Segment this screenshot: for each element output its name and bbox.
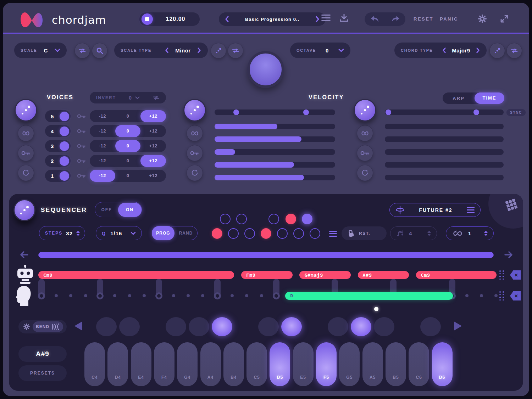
scale-type-swap-button[interactable] [228, 43, 243, 58]
seq-note-circle[interactable] [220, 214, 231, 224]
seq-note-circle[interactable] [236, 214, 247, 224]
step-dot[interactable] [245, 294, 248, 297]
voice-enabled-dot[interactable] [60, 112, 69, 121]
black-key-F#5[interactable] [328, 317, 348, 336]
time-bar[interactable] [385, 175, 504, 180]
black-key-F#4[interactable] [166, 317, 186, 336]
scale-select[interactable]: SCALE C [14, 43, 67, 58]
white-key-D4[interactable]: D4 [107, 342, 128, 386]
step-dot[interactable] [172, 294, 175, 297]
white-key-B4[interactable]: B4 [223, 342, 244, 386]
chord-block[interactable]: A#9 [358, 271, 409, 279]
time-range-slider[interactable] [385, 109, 504, 115]
black-key-G#4[interactable] [189, 317, 209, 336]
seq-note-circle[interactable] [293, 228, 304, 239]
sequencer-power-toggle[interactable]: OFF ON [95, 202, 142, 217]
white-key-C6[interactable]: C6 [409, 342, 429, 386]
note-row-clear-button[interactable]: ✕ [510, 291, 521, 300]
infinity-button[interactable] [18, 125, 34, 141]
preset-next-icon[interactable] [315, 16, 320, 23]
black-key-C#5[interactable] [258, 317, 279, 336]
voice-toggle[interactable]: 5 [45, 110, 71, 122]
scale-type-dice-button[interactable] [211, 43, 226, 58]
key-lock-button[interactable] [357, 145, 373, 161]
voice-enabled-dot[interactable] [60, 156, 69, 166]
transpose-option[interactable]: 0 [115, 110, 141, 122]
sequence-preset-menu-icon[interactable] [467, 207, 475, 213]
steps-stepper[interactable] [76, 231, 80, 236]
beat-dot[interactable] [38, 292, 45, 299]
range-handle[interactable] [386, 109, 391, 115]
velocity-range-slider[interactable] [215, 109, 335, 115]
transpose-option[interactable]: +12 [140, 125, 166, 137]
step-dot[interactable] [260, 294, 263, 297]
step-dot[interactable] [143, 294, 146, 297]
arp-option[interactable]: ARP [443, 96, 475, 101]
transpose-option[interactable]: 0 [115, 170, 141, 182]
transpose-option[interactable]: +12 [140, 170, 166, 182]
black-key-D#4[interactable] [119, 317, 140, 336]
step-dot[interactable] [128, 294, 131, 297]
transpose-option[interactable]: -12 [90, 110, 115, 122]
note-length-bar[interactable]: D [285, 292, 453, 300]
panic-button[interactable]: PANIC [440, 16, 458, 22]
cycle-button[interactable] [357, 165, 373, 181]
range-handle[interactable] [473, 109, 479, 115]
keyboard-octave-right-button[interactable] [454, 321, 462, 331]
collapse-icon[interactable] [500, 15, 509, 23]
white-key-A4[interactable]: A4 [200, 342, 221, 386]
reset-sequence-button[interactable]: RST. [342, 226, 387, 240]
velocity-bar[interactable] [215, 162, 335, 168]
transpose-option[interactable]: +12 [140, 140, 166, 152]
transpose-option[interactable]: +12 [140, 155, 166, 167]
rate-control[interactable]: 4 [390, 226, 437, 240]
keyboard-octave-left-button[interactable] [74, 321, 82, 331]
prog-rand-toggle[interactable]: PROG RAND [152, 226, 198, 240]
transpose-option[interactable]: -12 [90, 125, 115, 137]
step-dot[interactable] [55, 294, 58, 297]
randomize-knob[interactable] [354, 99, 376, 122]
seq-note-circle[interactable] [302, 214, 312, 224]
transpose-option[interactable]: -12 [90, 170, 115, 182]
preset-name[interactable]: Basic Progression 0.. [245, 17, 299, 22]
stop-button[interactable] [142, 13, 153, 25]
white-key-G5[interactable]: G5 [339, 342, 360, 386]
seq-note-circle[interactable] [310, 228, 320, 239]
quantize-control[interactable]: Q 1/16 [96, 226, 142, 240]
loop-stepper[interactable] [484, 231, 488, 236]
black-key-A#4[interactable] [212, 317, 232, 336]
voice-toggle[interactable]: 2 [45, 155, 71, 167]
white-key-C4[interactable]: C4 [84, 342, 105, 386]
chord-type-value[interactable]: Major9 [447, 47, 476, 54]
sync-badge[interactable]: SYNC [506, 109, 526, 116]
time-bar[interactable] [385, 136, 504, 142]
step-dot[interactable] [231, 294, 234, 297]
voice-enabled-dot[interactable] [60, 127, 69, 136]
transpose-option[interactable]: +12 [140, 110, 166, 122]
chord-block[interactable]: Fm9 [241, 271, 293, 279]
robot-icon[interactable] [16, 265, 34, 285]
off-option[interactable]: OFF [95, 207, 118, 212]
range-handle[interactable] [233, 109, 239, 115]
white-key-F5[interactable]: F5 [316, 342, 337, 386]
timeline-position-dot[interactable] [374, 307, 378, 311]
arp-time-toggle[interactable]: ARP TIME [443, 92, 504, 104]
scroll-left-icon[interactable] [20, 251, 29, 259]
head-icon[interactable] [15, 285, 32, 306]
white-key-E5[interactable]: E5 [293, 342, 314, 386]
scale-type-prev-icon[interactable] [165, 47, 169, 54]
white-key-D5[interactable]: D5 [270, 342, 290, 386]
scale-type-value[interactable]: Minor [169, 47, 197, 54]
black-key-G#5[interactable] [351, 317, 371, 336]
voice-toggle[interactable]: 1 [45, 170, 71, 182]
key-lock-button[interactable] [187, 145, 203, 161]
black-key-D#5[interactable] [281, 317, 302, 336]
white-key-D6[interactable]: D6 [432, 342, 453, 386]
black-key-C#4[interactable] [96, 317, 117, 336]
infinity-button[interactable] [187, 125, 203, 141]
step-dot[interactable] [201, 294, 204, 297]
key-lock-button[interactable] [18, 145, 34, 161]
rand-option[interactable]: RAND [174, 231, 197, 236]
gear-icon[interactable] [478, 15, 487, 23]
on-option[interactable]: ON [118, 203, 142, 217]
